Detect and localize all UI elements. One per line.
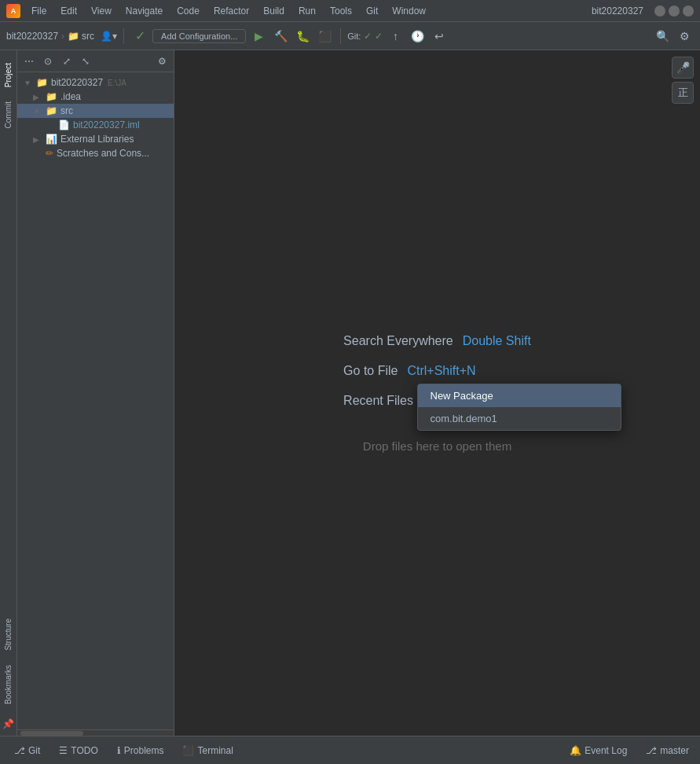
root-path: E:\JA <box>108 79 126 87</box>
menu-navigate[interactable]: Navigate <box>119 4 169 18</box>
tree-scratches[interactable]: ▶ ✏ Scratches and Cons... <box>17 146 174 160</box>
terminal-bottom-tab[interactable]: ⬛ Terminal <box>174 742 240 759</box>
kanji-button[interactable]: 正 <box>672 82 694 104</box>
panel-toolbar: ⋯ ⊙ ⤢ ⤡ ⚙ <box>17 50 174 72</box>
add-configuration-button[interactable]: Add Configuration... <box>152 29 246 43</box>
branch-indicator[interactable]: ⎇ master <box>641 744 694 758</box>
src-label-tree: src <box>60 105 73 116</box>
scratch-icon: ✏ <box>46 148 53 159</box>
menu-window[interactable]: Window <box>386 4 432 18</box>
separator-2 <box>340 28 341 44</box>
project-breadcrumb[interactable]: bit20220327 <box>6 31 58 42</box>
search-everywhere-button[interactable]: 🔍 <box>653 27 672 46</box>
search-hint-label: Search Everywhere <box>343 334 453 348</box>
panel-collapse-btn[interactable]: ⋯ <box>20 53 38 70</box>
panel-locate-btn[interactable]: ⊙ <box>39 53 57 70</box>
recent-hint-label: Recent Files <box>343 394 413 408</box>
tree-src[interactable]: ▼ 📁 src <box>17 104 174 118</box>
idea-label: .idea <box>60 91 81 102</box>
debug-button[interactable]: 🐛 <box>293 27 312 46</box>
bottom-right: 🔔 Event Log ⎇ master <box>562 742 694 759</box>
context-menu: New Package com.bit.demo1 <box>417 384 621 431</box>
menu-tools[interactable]: Tools <box>324 4 358 18</box>
maximize-button[interactable]: □ <box>669 6 680 17</box>
terminal-tab-label: Terminal <box>197 745 233 756</box>
menu-build[interactable]: Build <box>257 4 291 18</box>
pin-icon[interactable]: 📌 <box>2 712 14 736</box>
close-button[interactable]: ✕ <box>683 6 694 17</box>
tree-idea[interactable]: ▶ 📁 .idea <box>17 90 174 104</box>
git-tab-icon: ⎇ <box>14 745 25 756</box>
project-tab[interactable]: Project <box>2 57 14 94</box>
minimize-button[interactable]: – <box>654 6 665 17</box>
structure-tab[interactable]: Structure <box>2 612 14 657</box>
main-layout: Project Commit Structure Bookmarks 📌 ⋯ ⊙… <box>0 50 700 736</box>
iml-file-icon: 📄 <box>58 119 70 130</box>
root-label: bit20220327 <box>51 77 103 88</box>
git-history-button[interactable]: 🕐 <box>408 27 427 46</box>
breadcrumb: bit20220327 › 📁 src 👤▾ <box>6 31 117 42</box>
project-panel: ⋯ ⊙ ⤢ ⤡ ⚙ ▼ 📁 bit20220327 E:\JA ▶ 📁 .ide… <box>17 50 174 736</box>
src-folder-icon: 📁 <box>46 105 57 116</box>
panel-settings-btn[interactable]: ⚙ <box>153 53 170 70</box>
window-controls: – □ ✕ <box>654 6 694 17</box>
git-bottom-tab[interactable]: ⎇ Git <box>6 742 48 759</box>
git-undo-button[interactable]: ↩ <box>430 27 449 46</box>
event-log-icon: 🔔 <box>570 745 581 756</box>
iml-label: bit20220327.iml <box>73 119 140 130</box>
breadcrumb-sep-1: › <box>61 31 64 42</box>
left-vertical-tabs: Project Commit Structure Bookmarks 📌 <box>0 50 17 736</box>
context-menu-new-package[interactable]: New Package <box>418 384 621 407</box>
settings-button[interactable]: ⚙ <box>675 27 694 46</box>
stop-button[interactable]: ⬛ <box>315 27 334 46</box>
back-button[interactable]: ✓ <box>130 27 149 46</box>
main-toolbar: bit20220327 › 📁 src 👤▾ ✓ Add Configurati… <box>0 22 700 50</box>
title-bar: A File Edit View Navigate Code Refactor … <box>0 0 700 22</box>
git-check-1[interactable]: ✓ <box>364 31 372 42</box>
menu-refactor[interactable]: Refactor <box>207 4 255 18</box>
menu-edit[interactable]: Edit <box>54 4 83 18</box>
todo-bottom-tab[interactable]: ☰ TODO <box>51 742 105 759</box>
context-menu-package-name[interactable]: com.bit.demo1 <box>418 407 621 430</box>
window-title: bit20220327 <box>592 6 643 17</box>
mic-button[interactable]: 🎤 <box>672 57 694 79</box>
user-icon[interactable]: 👤▾ <box>101 31 117 42</box>
goto-hint-shortcut: Ctrl+Shift+N <box>407 364 475 378</box>
git-check-2[interactable]: ✓ <box>375 31 383 42</box>
tree-root[interactable]: ▼ 📁 bit20220327 E:\JA <box>17 75 174 90</box>
search-hint-shortcut: Double Shift <box>463 334 531 348</box>
terminal-tab-icon: ⬛ <box>182 745 194 756</box>
menu-run[interactable]: Run <box>292 4 322 18</box>
tree-external-libs[interactable]: ▶ 📊 External Libraries <box>17 132 174 146</box>
event-log-button[interactable]: 🔔 Event Log <box>562 742 635 759</box>
menu-file[interactable]: File <box>25 4 53 18</box>
scratch-label: Scratches and Cons... <box>57 148 149 159</box>
build-button[interactable]: 🔨 <box>271 27 290 46</box>
menu-bar: File Edit View Navigate Code Refactor Bu… <box>25 4 587 18</box>
branch-icon: ⎇ <box>646 745 657 756</box>
goto-hint: Go to File Ctrl+Shift+N <box>343 364 476 378</box>
h-scrollbar[interactable] <box>17 729 174 736</box>
menu-code[interactable]: Code <box>170 4 206 18</box>
menu-git[interactable]: Git <box>360 4 384 18</box>
panel-collapse-all-btn[interactable]: ⤡ <box>77 53 94 70</box>
project-tree: ▼ 📁 bit20220327 E:\JA ▶ 📁 .idea ▼ 📁 src … <box>17 72 174 729</box>
root-arrow: ▼ <box>24 79 33 87</box>
app-logo: A <box>6 4 20 18</box>
git-push-button[interactable]: ↑ <box>386 27 405 46</box>
editor-right-strip: 🎤 正 <box>672 57 694 104</box>
src-breadcrumb[interactable]: 📁 src <box>68 31 94 42</box>
menu-view[interactable]: View <box>85 4 118 18</box>
run-button[interactable]: ▶ <box>249 27 268 46</box>
problems-bottom-tab[interactable]: ℹ Problems <box>109 742 172 759</box>
ext-arrow: ▶ <box>33 135 42 144</box>
root-folder-icon: 📁 <box>36 77 48 88</box>
search-hint: Search Everywhere Double Shift <box>343 334 531 348</box>
panel-expand-btn[interactable]: ⤢ <box>58 53 75 70</box>
tree-iml[interactable]: ▶ 📄 bit20220327.iml <box>17 118 174 132</box>
commit-tab[interactable]: Commit <box>2 95 14 134</box>
todo-tab-icon: ☰ <box>59 745 68 756</box>
git-tab-label: Git <box>28 745 40 756</box>
idea-arrow: ▶ <box>33 93 42 101</box>
bookmarks-tab[interactable]: Bookmarks <box>2 659 14 711</box>
